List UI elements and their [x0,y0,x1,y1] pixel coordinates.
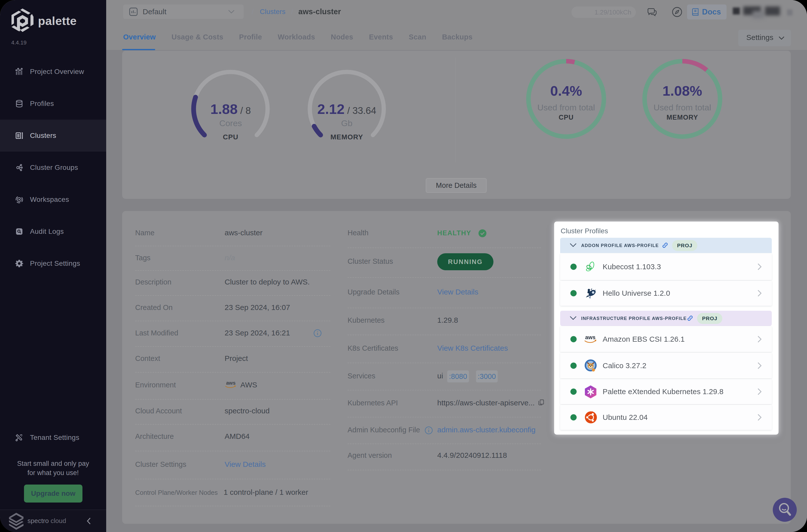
svg-text:aws: aws [226,380,236,386]
svg-text:aws: aws [585,334,596,340]
